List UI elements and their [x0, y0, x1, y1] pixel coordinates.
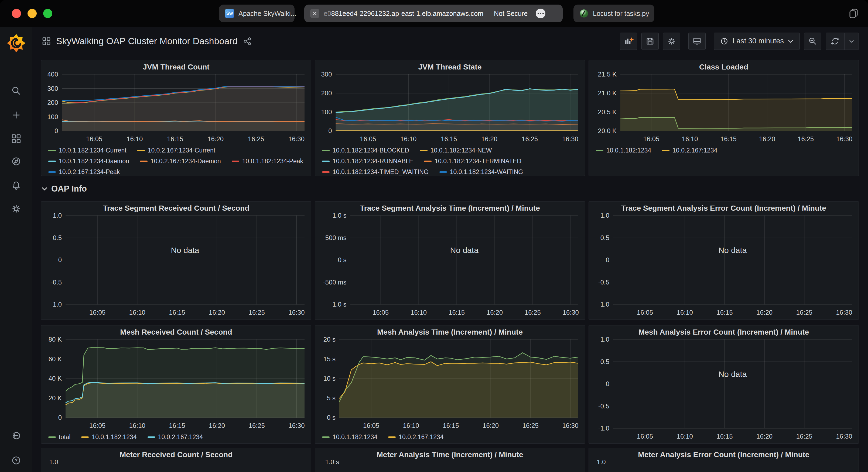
- legend-row: 10.0.1.182:1234-BLOCKED10.0.1.182:1234-N…: [322, 145, 582, 156]
- browser-chrome: Sw Apache SkyWalki... e0881eed4-22961232…: [0, 0, 868, 27]
- legend-label: 10.0.1.182:1234: [333, 434, 377, 441]
- panel-title[interactable]: Class Loaded: [591, 62, 856, 72]
- add-panel-button[interactable]: [620, 33, 637, 50]
- svg-text:16:15: 16:15: [720, 135, 737, 142]
- svg-text:16:25: 16:25: [796, 433, 812, 440]
- legend-item[interactable]: 10.0.1.182:1234: [596, 147, 651, 154]
- legend-item[interactable]: 10.0.2.167:1234: [662, 147, 717, 154]
- panel-title[interactable]: Trace Segment Analysis Time (Increment) …: [318, 203, 582, 213]
- svg-text:-1.0: -1.0: [598, 425, 609, 432]
- sidebar-item-alerting[interactable]: [0, 176, 32, 196]
- svg-text:No data: No data: [718, 370, 747, 378]
- tab-active-grafana[interactable]: e0881eed4-22961232.ap-east-1.elb.amazona…: [304, 5, 563, 22]
- tab-overview-icon[interactable]: [847, 7, 860, 20]
- legend-item[interactable]: 10.0.1.182:1234-TERMINATED: [424, 158, 521, 165]
- panel-title[interactable]: JVM Thread State: [318, 62, 582, 72]
- svg-text:16:10: 16:10: [677, 433, 693, 440]
- legend-item[interactable]: 10.0.1.182:1234: [81, 434, 136, 441]
- chart-canvas[interactable]: 16:0516:1016:1516:2016:2516:300100200300…: [44, 72, 308, 145]
- svg-text:20 K: 20 K: [49, 395, 62, 402]
- apps-grid-icon[interactable]: [42, 37, 51, 45]
- panel-title[interactable]: Trace Segment Analysis Error Count (Incr…: [591, 203, 856, 213]
- sidebar-item-dashboards[interactable]: [0, 129, 32, 149]
- close-tab-icon[interactable]: [310, 9, 319, 18]
- svg-text:16:30: 16:30: [563, 309, 579, 316]
- refresh-dashboard-button[interactable]: [826, 33, 859, 50]
- chart-canvas[interactable]: 16:0516:1016:1516:2016:2516:300100200300: [318, 72, 582, 145]
- legend-item[interactable]: 10.0.1.182:1234-TIMED_WAITING: [322, 168, 429, 176]
- legend-item[interactable]: 10.0.2.167:1234: [148, 434, 203, 441]
- dashboard-settings-button[interactable]: [663, 33, 680, 50]
- svg-text:16:10: 16:10: [129, 309, 145, 316]
- clock-icon: [720, 37, 728, 45]
- panel-title[interactable]: JVM Thread Count: [44, 62, 308, 72]
- time-range-picker[interactable]: Last 30 minutes: [714, 33, 800, 50]
- grafana-logo-icon[interactable]: [6, 33, 26, 53]
- legend-item[interactable]: 10.0.1.182:1234-Daemon: [48, 158, 129, 165]
- svg-text:16:20: 16:20: [209, 422, 225, 429]
- panel-title[interactable]: Mesh Analysis Time (Increment) / Minute: [318, 327, 582, 337]
- close-window-button[interactable]: [12, 9, 21, 18]
- chart-canvas[interactable]: 16:0516:1016:1516:2016:2516:300 s5 s10 s…: [318, 337, 582, 432]
- panel-title[interactable]: Trace Segment Received Count / Second: [44, 203, 308, 213]
- chart-canvas[interactable]: 16:0516:1016:1516:2016:2516:30020 K40 K6…: [44, 337, 308, 432]
- legend-item[interactable]: 10.0.1.182:1234-BLOCKED: [322, 147, 409, 154]
- svg-text:100: 100: [321, 108, 332, 115]
- legend-item[interactable]: 10.0.1.182:1234-Peak: [232, 158, 303, 165]
- chart-canvas[interactable]: 16:0516:1016:1516:2016:2516:301.00.50-0.…: [591, 337, 856, 442]
- section-oap-info[interactable]: OAP Info: [41, 183, 859, 195]
- chart-canvas[interactable]: 16:0516:1016:1516:2016:2516:301.00.50-0.…: [591, 213, 856, 318]
- chart-canvas[interactable]: 1.0: [591, 460, 856, 472]
- chart-canvas[interactable]: 16:0516:1016:1516:2016:2516:301.0 s500 m…: [318, 213, 582, 318]
- svg-text:400: 400: [47, 72, 58, 78]
- chart-canvas[interactable]: 16:0516:1016:1516:2016:2516:301.00.50-0.…: [44, 213, 308, 318]
- sidebar-item-create[interactable]: [0, 105, 32, 125]
- save-dashboard-button[interactable]: [642, 33, 659, 50]
- zoom-window-button[interactable]: [43, 9, 52, 18]
- legend-item[interactable]: 10.0.2.167:1234-Daemon: [140, 158, 221, 165]
- sidebar-item-sign-in[interactable]: [0, 426, 32, 446]
- legend-item[interactable]: total: [48, 434, 70, 441]
- share-icon[interactable]: [243, 37, 252, 45]
- svg-text:0: 0: [58, 414, 62, 421]
- panel-title[interactable]: Mesh Analysis Error Count (Increment) / …: [591, 327, 856, 337]
- svg-text:?: ?: [15, 458, 18, 463]
- tab-locust[interactable]: Locust for tasks.py: [574, 5, 654, 22]
- legend-item[interactable]: 10.0.2.167:1234: [388, 434, 443, 441]
- legend-row: 10.0.1.182:1234-Current10.0.2.167:1234-C…: [48, 145, 308, 156]
- bell-icon: [10, 180, 22, 192]
- dashboard-title[interactable]: SkyWalking OAP Cluster Monitor Dashboard: [56, 36, 238, 46]
- legend-item[interactable]: 10.0.1.182:1234-WAITING: [439, 168, 523, 176]
- panel-title[interactable]: Mesh Received Count / Second: [44, 327, 308, 337]
- sidebar-item-configuration[interactable]: [0, 199, 32, 219]
- tab-apache-skywalking[interactable]: Sw Apache SkyWalki...: [219, 5, 294, 22]
- svg-text:200: 200: [47, 99, 58, 106]
- legend-item[interactable]: 10.0.1.182:1234-RUNNABLE: [322, 158, 413, 165]
- refresh-icon[interactable]: [826, 33, 844, 50]
- cycle-view-mode-button[interactable]: [688, 33, 706, 50]
- legend-item[interactable]: 10.0.2.167:1234-Current: [137, 147, 216, 154]
- legend-item[interactable]: 10.0.1.182:1234-NEW: [420, 147, 492, 154]
- minimize-window-button[interactable]: [28, 9, 37, 18]
- legend-item[interactable]: 10.0.2.167:1234-Peak: [48, 168, 120, 176]
- refresh-interval-dropdown[interactable]: [844, 33, 859, 50]
- svg-text:16:30: 16:30: [836, 309, 852, 316]
- chart-canvas[interactable]: 1.0: [44, 460, 308, 472]
- zoom-out-time-button[interactable]: [804, 33, 822, 50]
- legend-item[interactable]: 10.0.1.182:1234: [322, 434, 377, 441]
- panel-trace-segment-analysis-error-count-increment-minute: Trace Segment Analysis Error Count (Incr…: [589, 201, 859, 320]
- panel-title[interactable]: Meter Analysis Error Count (Increment) /…: [591, 450, 856, 460]
- sidebar-item-search[interactable]: [0, 81, 32, 101]
- svg-text:1.0: 1.0: [53, 213, 62, 219]
- chart-canvas[interactable]: 16:0516:1016:1516:2016:2516:3020.0 K20.5…: [591, 72, 856, 145]
- legend-row: 10.0.1.182:1234-RUNNABLE10.0.1.182:1234-…: [322, 156, 582, 167]
- sidebar-item-explore[interactable]: [0, 151, 32, 171]
- chart-canvas[interactable]: 1.0 s: [318, 460, 582, 472]
- panel-meter-analysis-time-increment-minute: Meter Analysis Time (Increment) / Minute…: [315, 448, 585, 472]
- panel-title[interactable]: Meter Analysis Time (Increment) / Minute: [318, 450, 582, 460]
- tab-more-icon[interactable]: [536, 9, 546, 18]
- panel-title[interactable]: Meter Received Count / Second: [44, 450, 308, 460]
- legend-item[interactable]: 10.0.1.182:1234-Current: [48, 147, 126, 154]
- svg-text:10 s: 10 s: [323, 375, 336, 382]
- sidebar-item-help[interactable]: ?: [0, 450, 32, 470]
